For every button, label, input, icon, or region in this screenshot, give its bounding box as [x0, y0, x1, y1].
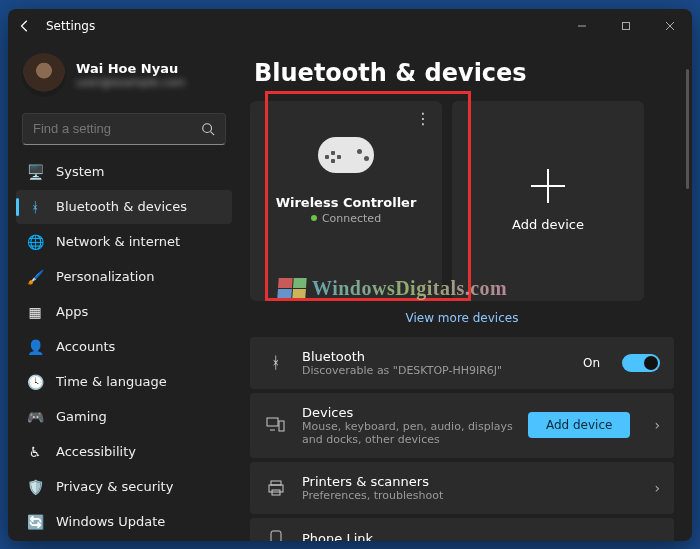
nav-privacy[interactable]: 🛡️Privacy & security: [16, 470, 232, 504]
main-content: Bluetooth & devices ⋮ Wireless Controlle…: [240, 43, 692, 541]
minimize-button[interactable]: [560, 9, 604, 43]
device-status: Connected: [311, 212, 381, 225]
page-title: Bluetooth & devices: [254, 59, 674, 87]
nav-label: Privacy & security: [56, 479, 173, 494]
nav-apps[interactable]: ▦Apps: [16, 295, 232, 329]
user-block[interactable]: Wai Hoe Nyau user@example.com: [14, 47, 234, 107]
row-subtitle: Discoverable as "DESKTOP-HH9IR6J": [302, 364, 569, 377]
search-icon: [201, 122, 215, 136]
row-title: Printers & scanners: [302, 474, 630, 489]
nav-time[interactable]: 🕓Time & language: [16, 365, 232, 399]
nav-label: Windows Update: [56, 514, 165, 529]
nav-bluetooth-devices[interactable]: ᚼBluetooth & devices: [16, 190, 232, 224]
svg-rect-10: [271, 531, 281, 541]
avatar: [22, 53, 66, 97]
personalization-icon: 🖌️: [26, 268, 44, 286]
back-button[interactable]: [8, 19, 42, 33]
plus-icon: [531, 169, 565, 203]
device-tiles-row: ⋮ Wireless Controller Connected Add devi…: [250, 101, 674, 301]
network-icon: 🌐: [26, 233, 44, 251]
tile-more-button[interactable]: ⋮: [415, 109, 432, 128]
view-more-devices-link[interactable]: View more devices: [250, 301, 674, 337]
row-title: Phone Link: [302, 531, 660, 541]
sidebar: Wai Hoe Nyau user@example.com 🖥️System ᚼ…: [8, 43, 240, 541]
system-icon: 🖥️: [26, 163, 44, 181]
maximize-button[interactable]: [604, 9, 648, 43]
search-box[interactable]: [22, 113, 226, 145]
nav-label: System: [56, 164, 104, 179]
nav-list: 🖥️System ᚼBluetooth & devices 🌐Network &…: [14, 155, 234, 539]
nav-label: Personalization: [56, 269, 155, 284]
printer-icon: [264, 479, 288, 497]
user-email: user@example.com: [76, 76, 185, 89]
time-icon: 🕓: [26, 373, 44, 391]
svg-rect-8: [269, 485, 283, 492]
scrollbar[interactable]: [686, 69, 689, 189]
phone-link-row[interactable]: Phone Link: [250, 518, 674, 541]
add-device-button[interactable]: Add device: [528, 412, 630, 438]
printers-row[interactable]: Printers & scanners Preferences, trouble…: [250, 462, 674, 514]
nav-system[interactable]: 🖥️System: [16, 155, 232, 189]
row-subtitle: Preferences, troubleshoot: [302, 489, 630, 502]
chevron-right-icon: ›: [654, 417, 660, 433]
row-title: Bluetooth: [302, 349, 569, 364]
nav-label: Accounts: [56, 339, 115, 354]
nav-label: Time & language: [56, 374, 167, 389]
nav-accessibility[interactable]: ♿Accessibility: [16, 435, 232, 469]
window-title: Settings: [46, 19, 95, 33]
svg-rect-1: [623, 22, 630, 29]
settings-window: Settings Wai Hoe Nyau user@example.com: [8, 9, 692, 541]
row-subtitle: Mouse, keyboard, pen, audio, displays an…: [302, 420, 514, 446]
bluetooth-icon: ᚼ: [26, 198, 44, 216]
nav-label: Gaming: [56, 409, 107, 424]
svg-line-3: [211, 131, 215, 135]
chevron-right-icon: ›: [654, 480, 660, 496]
device-name: Wireless Controller: [276, 195, 417, 210]
nav-network[interactable]: 🌐Network & internet: [16, 225, 232, 259]
devices-row[interactable]: Devices Mouse, keyboard, pen, audio, dis…: [250, 393, 674, 458]
nav-label: Apps: [56, 304, 88, 319]
search-input[interactable]: [33, 121, 201, 136]
add-device-tile[interactable]: Add device: [452, 101, 644, 301]
device-tile[interactable]: ⋮ Wireless Controller Connected: [250, 101, 442, 301]
svg-rect-4: [267, 418, 278, 426]
bluetooth-toggle[interactable]: [622, 354, 660, 372]
bluetooth-row[interactable]: ᚼ Bluetooth Discoverable as "DESKTOP-HH9…: [250, 337, 674, 389]
devices-icon: [264, 416, 288, 434]
status-dot-icon: [311, 215, 317, 221]
close-button[interactable]: [648, 9, 692, 43]
svg-rect-5: [279, 421, 284, 431]
accessibility-icon: ♿: [26, 443, 44, 461]
titlebar: Settings: [8, 9, 692, 43]
toggle-label: On: [583, 356, 600, 370]
privacy-icon: 🛡️: [26, 478, 44, 496]
user-name: Wai Hoe Nyau: [76, 61, 185, 76]
accounts-icon: 👤: [26, 338, 44, 356]
bluetooth-icon: ᚼ: [264, 353, 288, 372]
nav-label: Bluetooth & devices: [56, 199, 187, 214]
nav-personalization[interactable]: 🖌️Personalization: [16, 260, 232, 294]
nav-label: Accessibility: [56, 444, 136, 459]
nav-gaming[interactable]: 🎮Gaming: [16, 400, 232, 434]
nav-update[interactable]: 🔄Windows Update: [16, 505, 232, 539]
update-icon: 🔄: [26, 513, 44, 531]
phone-icon: [264, 530, 288, 541]
row-title: Devices: [302, 405, 514, 420]
nav-label: Network & internet: [56, 234, 180, 249]
apps-icon: ▦: [26, 303, 44, 321]
svg-point-2: [203, 123, 212, 132]
gaming-icon: 🎮: [26, 408, 44, 426]
nav-accounts[interactable]: 👤Accounts: [16, 330, 232, 364]
add-device-label: Add device: [512, 217, 584, 232]
device-status-text: Connected: [322, 212, 381, 225]
svg-rect-7: [271, 481, 281, 485]
gamepad-icon: [318, 137, 374, 173]
window-controls: [560, 9, 692, 43]
